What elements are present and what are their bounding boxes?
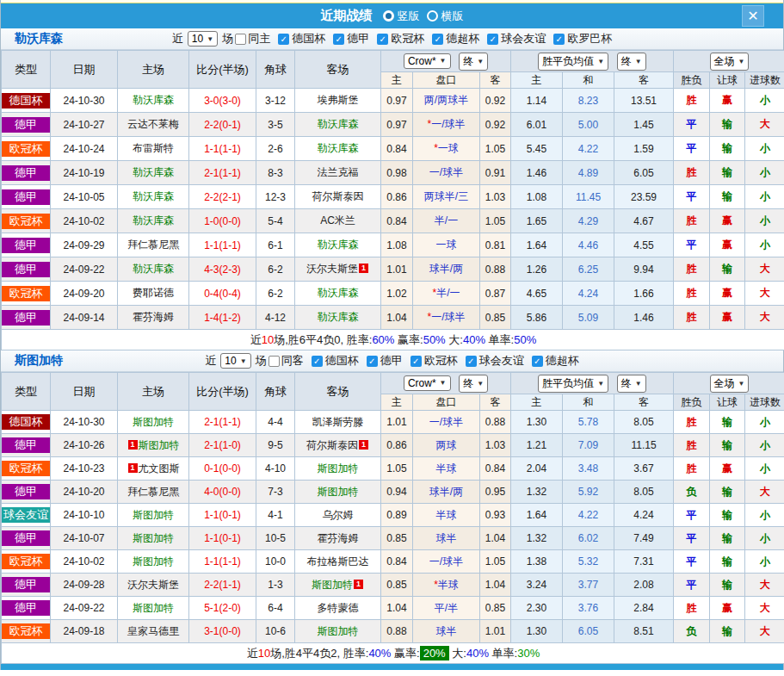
- home-team-cell: 云达不莱梅: [118, 113, 189, 137]
- league-checkbox[interactable]: ✓: [532, 356, 543, 367]
- avg-draw-value: 6.25: [578, 264, 598, 276]
- league-checkbox[interactable]: ✓: [278, 34, 289, 45]
- result-cell-value: 平: [687, 555, 697, 567]
- date-cell: 24-10-05: [51, 185, 118, 209]
- close-button[interactable]: ✕: [742, 5, 764, 27]
- league-badge: 欧冠杯: [2, 286, 50, 301]
- result-cell: 负: [674, 481, 710, 504]
- result-cell-value: 平: [687, 532, 697, 544]
- goals-cell-value: 小: [760, 416, 770, 428]
- date-cell: 24-10-20: [51, 481, 118, 504]
- goals-cell-value: 大: [760, 486, 770, 498]
- handicap-result-cell: 赢: [710, 282, 745, 306]
- away-team-cell: 斯图加特: [295, 457, 381, 481]
- league-checkbox-label: 德甲: [347, 31, 369, 47]
- handicap-result-cell: 赢: [710, 89, 745, 113]
- match-count-select[interactable]: 10▼: [220, 353, 250, 369]
- corner-cell: 8-3: [256, 161, 295, 185]
- handicap-value: 一/球半: [429, 555, 463, 567]
- result-cell: 平: [674, 137, 710, 161]
- avg-stage-select[interactable]: 终▼: [617, 53, 646, 71]
- match-count-select[interactable]: 10▼: [188, 31, 218, 47]
- home-team-cell: 斯图加特: [118, 527, 189, 550]
- match-row: 欧冠杯24-10-02勒沃库森1-0(0-0)5-4AC米兰0.84半/一1.0…: [2, 209, 784, 233]
- match-row: 德甲24-10-261斯图加特2-1(1-0)9-5荷尔斯泰因10.86两球1.…: [2, 434, 784, 457]
- avg-draw-value: 4.89: [578, 167, 598, 179]
- odds-stage-select[interactable]: 终▼: [459, 375, 488, 393]
- scope-select[interactable]: 全场▼: [710, 375, 750, 393]
- avg-home-cell: 1.46: [511, 161, 563, 185]
- result-cell: 胜: [674, 161, 710, 185]
- horizontal-layout-radio[interactable]: [427, 10, 438, 22]
- odds-company-select[interactable]: Crow*▼: [404, 53, 451, 69]
- league-badge: 德甲: [2, 310, 50, 326]
- result-cell: 胜: [674, 257, 710, 282]
- league-checkbox[interactable]: ✓: [466, 356, 477, 367]
- league-checkbox[interactable]: ✓: [553, 34, 565, 45]
- corner-cell: 6-2: [256, 282, 295, 306]
- goals-cell-value: 小: [760, 214, 770, 226]
- handicap-value: 球半/两: [429, 486, 463, 498]
- scope-select[interactable]: 全场▼: [710, 53, 750, 71]
- goals-cell: 小: [745, 137, 784, 161]
- league-checkbox[interactable]: ✓: [367, 356, 378, 367]
- away-team-name: 勒沃库森: [318, 118, 359, 130]
- home-team-name: 斯图加特: [133, 416, 174, 428]
- odds-away-cell: 0.84: [480, 457, 511, 481]
- goals-cell-value: 大: [760, 263, 770, 275]
- corner-cell: 4-4: [256, 411, 295, 434]
- avg-stage-select[interactable]: 终▼: [617, 375, 646, 393]
- avg-draw-value: 3.76: [578, 602, 598, 614]
- handicap-cell: 球半/两: [413, 481, 480, 504]
- league-checkbox[interactable]: ✓: [411, 356, 422, 367]
- score-cell: 4-0(0-0): [189, 481, 256, 504]
- avg-draw-value: 3.48: [578, 462, 598, 474]
- date-cell: 24-10-26: [51, 434, 118, 457]
- match-row: 德甲24-09-22勒沃库森4-3(2-3)6-2沃尔夫斯堡11.01球半/两0…: [2, 257, 784, 282]
- handicap-result-cell-value: 输: [722, 118, 732, 130]
- vertical-layout-radio[interactable]: [383, 10, 394, 22]
- subcol-avg-away: 客: [614, 394, 674, 411]
- league-type-cell: 德国杯: [2, 89, 51, 113]
- home-team-cell: 勒沃库森: [118, 161, 189, 185]
- avg-type-select[interactable]: 胜平负均值▼: [538, 375, 608, 393]
- odds-stage-select[interactable]: 终▼: [459, 53, 488, 71]
- score-cell: 1-1(0-1): [189, 527, 256, 550]
- league-badge: 德甲: [2, 238, 50, 253]
- avg-home-cell: 1.32: [511, 527, 563, 550]
- league-checkbox[interactable]: ✓: [432, 34, 443, 45]
- avg-type-select[interactable]: 胜平负均值▼: [538, 53, 608, 71]
- col-away: 客场: [295, 373, 381, 411]
- handicap-result-cell: 输: [710, 504, 745, 527]
- red-card-badge: 1: [128, 440, 138, 450]
- league-checkbox[interactable]: ✓: [377, 34, 388, 45]
- result-cell-value: 平: [687, 190, 697, 202]
- odds-away-cell: 0.92: [480, 113, 511, 137]
- same-side-checkbox[interactable]: [269, 356, 280, 367]
- score-value: 1-4(1-2): [204, 312, 241, 324]
- league-checkbox[interactable]: ✓: [312, 356, 323, 367]
- results-table-leverkusen: 类型 日期 主场 比分(半场) 角球 客场 Crow*▼ 终▼ 胜平负均值▼ 终…: [1, 50, 784, 350]
- avg-draw-cell: 4.24: [563, 282, 614, 306]
- match-row: 德甲24-09-28沃尔夫斯堡2-2(1-1)1-3斯图加特10.85*半球1.…: [2, 574, 784, 597]
- chevron-down-icon: ▼: [738, 380, 745, 388]
- same-side-checkbox[interactable]: [235, 34, 246, 45]
- filter-controls: 近 10▼ 场 同客 ✓德国杯✓德甲✓欧冠杯✓球会友谊✓德超杯: [203, 353, 580, 369]
- home-team-name: 勒沃库森: [133, 263, 174, 275]
- score-value: 1-1(1-1): [204, 239, 241, 251]
- handicap-cell: *一球: [413, 137, 480, 161]
- league-checkbox[interactable]: ✓: [333, 34, 344, 45]
- handicap-cell: 两球半/三: [413, 185, 480, 209]
- odds-home-cell: 0.89: [381, 504, 413, 527]
- league-checkbox[interactable]: ✓: [487, 34, 498, 45]
- subcol-avg-home: 主: [511, 72, 563, 89]
- match-row: 球会友谊24-10-10斯图加特1-1(0-1)4-1乌尔姆0.89半球0.93…: [2, 504, 784, 527]
- league-badge: 德甲: [2, 165, 50, 181]
- avg-draw-cell: 6.25: [563, 257, 614, 282]
- odds-company-select[interactable]: Crow*▼: [404, 375, 451, 391]
- result-cell-value: 胜: [687, 311, 697, 323]
- away-team-cell: 荷尔斯泰因: [295, 185, 381, 209]
- odds-away-cell: 0.85: [480, 597, 511, 620]
- home-team-cell: 霍芬海姆: [118, 306, 189, 330]
- subcol-odds-home: 主: [381, 72, 413, 89]
